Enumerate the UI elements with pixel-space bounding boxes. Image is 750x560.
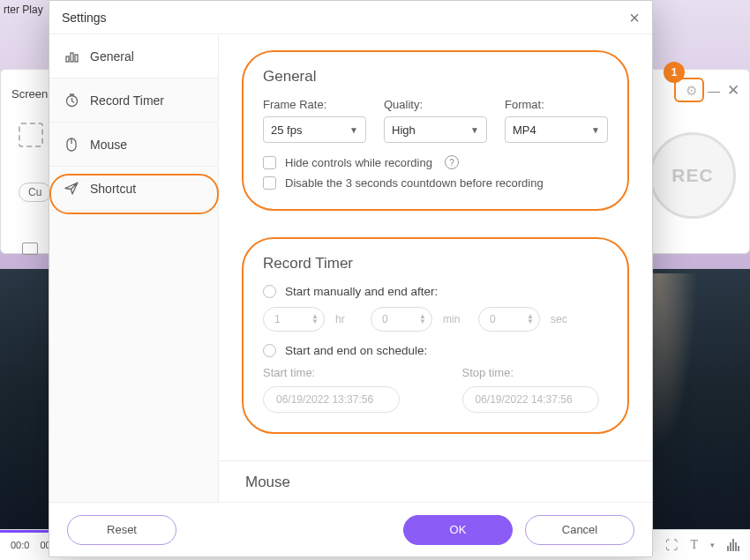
minimize-icon[interactable]: — — [708, 84, 720, 98]
section-title-general: General — [263, 68, 608, 86]
settings-modal: Settings × General Record Timer Mouse — [49, 0, 653, 557]
frame-rate-select[interactable]: 25 fps ▼ — [263, 116, 366, 143]
format-value: MP4 — [513, 123, 536, 137]
chevron-down-icon[interactable]: ▼ — [419, 319, 426, 325]
titlebar-fragment: rter Play — [4, 4, 43, 16]
sidebar-item-label: Shortcut — [90, 182, 136, 196]
window-close-icon[interactable]: ✕ — [727, 81, 739, 100]
hide-controls-checkbox[interactable] — [263, 156, 276, 169]
close-icon[interactable]: × — [629, 9, 640, 26]
format-select[interactable]: MP4 ▼ — [505, 116, 608, 143]
disable-countdown-checkbox[interactable] — [263, 176, 276, 190]
svg-rect-0 — [66, 56, 69, 62]
crop-region-icon[interactable] — [19, 123, 43, 147]
chevron-down-icon[interactable]: ▾ — [710, 541, 715, 549]
gear-icon[interactable]: ⚙ — [686, 83, 697, 99]
frame-rate-value: 25 fps — [271, 123, 302, 137]
paper-plane-icon — [64, 181, 79, 197]
record-button[interactable]: REC — [649, 132, 736, 219]
custom-button-fragment[interactable]: Cu — [19, 183, 51, 202]
expand-icon[interactable]: ⛶ — [665, 538, 678, 552]
manual-mode-label: Start manually and end after: — [285, 285, 438, 298]
mouse-icon — [64, 137, 79, 153]
svg-rect-2 — [75, 55, 78, 62]
ok-button[interactable]: OK — [403, 515, 513, 545]
minutes-unit: min — [443, 313, 468, 325]
chevron-down-icon: ▼ — [470, 125, 479, 135]
timer-icon — [64, 93, 79, 108]
camera-icon[interactable] — [22, 243, 38, 255]
section-title-mouse: Mouse — [245, 474, 629, 491]
start-time-value: 06/19/2022 13:37:56 — [276, 393, 373, 406]
cancel-button[interactable]: Cancel — [525, 515, 634, 545]
schedule-mode-radio[interactable] — [263, 344, 276, 357]
general-section-frame: General Frame Rate: 25 fps ▼ Quality: Hi… — [242, 50, 629, 211]
disable-countdown-label: Disable the 3 seconds countdown before r… — [285, 176, 544, 190]
modal-header: Settings × — [49, 1, 652, 34]
help-icon[interactable]: ? — [445, 155, 459, 169]
minutes-value: 0 — [382, 313, 388, 325]
stop-time-value: 06/19/2022 14:37:56 — [476, 393, 573, 406]
hide-controls-label: Hide controls while recording — [285, 156, 432, 169]
quality-label: Quality: — [384, 98, 487, 111]
format-label: Format: — [505, 98, 608, 111]
seconds-unit: sec — [551, 313, 575, 325]
stop-time-input[interactable]: 06/19/2022 14:37:56 — [462, 386, 599, 413]
sidebar-item-label: Mouse — [90, 138, 127, 152]
screen-label: Screen — [11, 87, 48, 101]
svg-rect-1 — [71, 53, 73, 62]
sidebar-item-mouse[interactable]: Mouse — [49, 123, 218, 167]
seconds-input[interactable]: 0 ▲▼ — [478, 307, 540, 332]
schedule-mode-label: Start and end on schedule: — [285, 344, 427, 357]
text-tool-icon[interactable]: T — [690, 538, 698, 552]
frame-rate-label: Frame Rate: — [263, 98, 366, 111]
start-time-input[interactable]: 06/19/2022 13:37:56 — [263, 386, 400, 413]
equalizer-icon[interactable] — [727, 539, 739, 551]
sidebar-item-shortcut[interactable]: Shortcut — [49, 167, 218, 211]
section-title-record-timer: Record Timer — [263, 255, 608, 273]
minutes-input[interactable]: 0 ▲▼ — [371, 307, 432, 332]
settings-sidebar: General Record Timer Mouse Shortcut — [49, 34, 219, 502]
record-button-label: REC — [671, 165, 713, 186]
chevron-down-icon: ▼ — [349, 125, 358, 135]
quality-select[interactable]: High ▼ — [384, 116, 487, 143]
sidebar-item-label: Record Timer — [90, 93, 164, 108]
time-current: 00:0 — [11, 540, 29, 550]
chevron-down-icon[interactable]: ▼ — [311, 319, 319, 325]
bar-chart-icon — [64, 49, 79, 64]
hours-value: 1 — [274, 313, 281, 325]
notification-badge: 1 — [664, 62, 685, 83]
modal-footer: Reset OK Cancel — [49, 502, 652, 556]
manual-mode-radio[interactable] — [263, 285, 276, 298]
seconds-value: 0 — [490, 313, 496, 325]
stop-time-label: Stop time: — [462, 366, 609, 379]
sidebar-item-label: General — [90, 49, 134, 63]
reset-button[interactable]: Reset — [67, 515, 176, 545]
chevron-down-icon[interactable]: ▼ — [527, 319, 534, 325]
section-divider — [219, 460, 652, 461]
modal-title: Settings — [62, 11, 107, 25]
sidebar-item-record-timer[interactable]: Record Timer — [49, 78, 218, 123]
record-timer-section-frame: Record Timer Start manually and end afte… — [242, 237, 629, 434]
hours-input[interactable]: 1 ▲▼ — [263, 307, 325, 332]
chevron-down-icon: ▼ — [591, 125, 600, 135]
start-time-label: Start time: — [263, 366, 409, 379]
settings-content: General Frame Rate: 25 fps ▼ Quality: Hi… — [219, 34, 652, 502]
sidebar-item-general[interactable]: General — [49, 34, 218, 78]
quality-value: High — [392, 123, 416, 137]
hours-unit: hr — [335, 313, 360, 325]
